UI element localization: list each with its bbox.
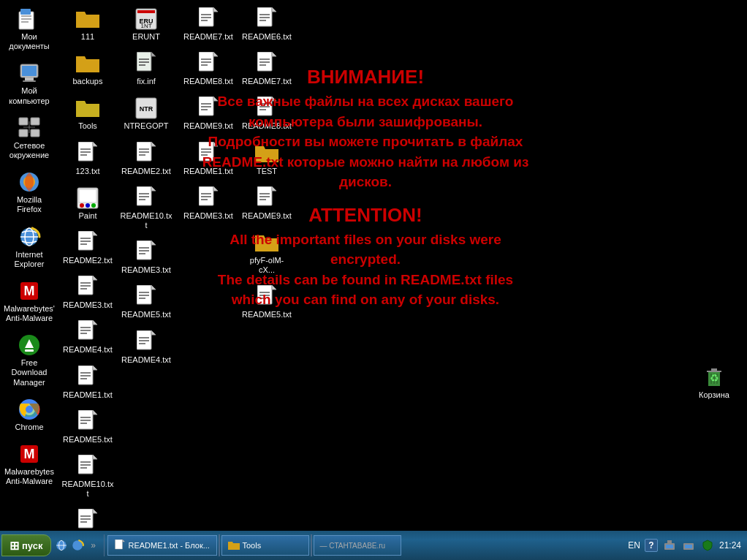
internet-explorer-icon[interactable]: InternetExplorer bbox=[3, 222, 56, 272]
taskbar-shield-icon[interactable] bbox=[700, 538, 715, 553]
taskbar-network-tray-icon[interactable] bbox=[662, 538, 677, 553]
desktop-icons-col1: Мои документы Мойкомпьютер bbox=[0, 0, 58, 496]
svg-rect-76 bbox=[137, 10, 155, 13]
ransom-english-title: ATTENTION! bbox=[124, 204, 607, 227]
svg-rect-169 bbox=[115, 540, 122, 549]
svg-rect-6 bbox=[22, 66, 37, 76]
taskbar-window-readme[interactable]: README1.txt - Блок... bbox=[107, 535, 217, 556]
network-icon[interactable]: Сетевоеокружение bbox=[3, 113, 56, 163]
svg-rect-106 bbox=[137, 330, 151, 349]
svg-marker-31 bbox=[93, 142, 97, 146]
readme10txt-col2-icon[interactable]: README10.txt bbox=[61, 452, 114, 502]
svg-rect-175 bbox=[685, 545, 692, 548]
taskbar-network2-icon[interactable] bbox=[681, 538, 696, 553]
svg-rect-50 bbox=[78, 320, 93, 339]
malwarebytes2-icon[interactable]: M MalwarebytesAnti-Malware bbox=[3, 439, 56, 489]
desktop-icons-right: ♻ Корзина bbox=[681, 358, 747, 410]
svg-rect-8 bbox=[23, 80, 36, 82]
ransom-russian-body: Все важные файлы на всех дисках вашего к… bbox=[124, 91, 607, 192]
taskbar-window-3[interactable]: — CTAHTABABE.ru bbox=[314, 535, 401, 556]
taskbar-clock: 21:24 bbox=[719, 540, 741, 550]
windows-logo-icon: ⊞ bbox=[10, 539, 19, 553]
svg-point-37 bbox=[80, 203, 84, 208]
svg-rect-7 bbox=[25, 77, 34, 80]
svg-rect-36 bbox=[79, 189, 96, 203]
readme5txt-icon[interactable]: README5.txt bbox=[61, 407, 114, 447]
my-documents-icon[interactable]: Мои документы bbox=[3, 4, 56, 54]
taskbar-window1-label: README1.txt - Блок... bbox=[129, 541, 210, 550]
svg-rect-24 bbox=[25, 349, 34, 352]
svg-rect-70 bbox=[78, 509, 93, 528]
free-download-manager-icon[interactable]: Free DownloadManager bbox=[3, 330, 56, 390]
svg-rect-172 bbox=[666, 545, 673, 548]
svg-rect-12 bbox=[31, 129, 39, 137]
taskbar-tray-area: EN ? 21:24 bbox=[628, 538, 746, 553]
svg-rect-1 bbox=[20, 9, 31, 15]
file-123txt-icon[interactable]: 123.txt bbox=[61, 139, 114, 179]
ransom-russian-title: ВНИМАНИЕ! bbox=[124, 66, 607, 88]
svg-marker-107 bbox=[151, 330, 156, 335]
taskbar-ie2-icon[interactable] bbox=[70, 538, 85, 553]
svg-rect-111 bbox=[199, 7, 213, 26]
recycle-bin-icon[interactable]: ♻ Корзина bbox=[688, 363, 740, 403]
svg-rect-9 bbox=[19, 118, 28, 125]
readme2txt-icon[interactable]: README2.txt bbox=[61, 228, 114, 268]
svg-text:♻: ♻ bbox=[710, 372, 719, 384]
my-computer-icon[interactable]: Мойкомпьютер bbox=[3, 58, 56, 108]
taskbar-separator bbox=[219, 534, 220, 556]
svg-marker-61 bbox=[93, 410, 97, 415]
svg-rect-30 bbox=[78, 142, 93, 161]
svg-rect-136 bbox=[257, 7, 272, 26]
svg-marker-117 bbox=[213, 52, 218, 56]
start-button[interactable]: ⊞ пуск bbox=[1, 534, 51, 556]
folder-tools-icon[interactable]: Tools bbox=[61, 94, 114, 134]
svg-marker-112 bbox=[213, 7, 218, 12]
erunt-icon[interactable]: ERU 1NT ERUNT bbox=[120, 4, 172, 45]
taskbar-separator2 bbox=[311, 534, 312, 556]
taskbar-language[interactable]: EN bbox=[628, 540, 640, 550]
readme4txt-icon[interactable]: README4.txt bbox=[61, 317, 114, 357]
svg-rect-173 bbox=[667, 540, 672, 544]
svg-rect-45 bbox=[78, 276, 93, 295]
taskbar-arrow-icon[interactable]: » bbox=[86, 538, 101, 553]
taskbar-help-icon[interactable]: ? bbox=[645, 539, 658, 552]
svg-point-39 bbox=[91, 203, 96, 208]
chrome-icon[interactable]: Chrome bbox=[3, 395, 56, 435]
svg-rect-2 bbox=[21, 15, 31, 17]
ransom-notice: ВНИМАНИЕ! Все важные файлы на всех диска… bbox=[124, 66, 607, 310]
readme6txt-icon[interactable]: README6.txt bbox=[240, 4, 293, 45]
svg-text:1NT: 1NT bbox=[140, 23, 151, 29]
svg-rect-55 bbox=[78, 366, 93, 385]
desktop: Мои документы Мойкомпьютер bbox=[0, 0, 747, 531]
svg-text:M: M bbox=[24, 284, 35, 298]
readme7txt-icon[interactable]: README7.txt bbox=[182, 4, 235, 45]
svg-rect-65 bbox=[78, 455, 93, 474]
taskbar-window3-label: — CTAHTABABE.ru bbox=[320, 542, 386, 550]
taskbar-window-tools[interactable]: Tools bbox=[221, 535, 309, 556]
svg-point-38 bbox=[86, 203, 90, 208]
start-label: пуск bbox=[22, 540, 43, 551]
svg-marker-46 bbox=[93, 276, 97, 280]
taskbar: ⊞ пуск » README1.txt - Блок... bbox=[0, 531, 747, 560]
malwarebytes-icon[interactable]: M Malwarebytes'Anti-Malware bbox=[3, 276, 56, 326]
svg-marker-51 bbox=[93, 320, 97, 325]
readme1txt-col2-icon[interactable]: README1.txt bbox=[61, 363, 114, 403]
folder-111-icon[interactable]: 111 bbox=[61, 4, 114, 45]
svg-marker-66 bbox=[93, 455, 97, 459]
svg-marker-71 bbox=[93, 509, 97, 513]
quick-launch: » bbox=[54, 534, 105, 556]
taskbar-ie-icon[interactable] bbox=[54, 538, 69, 553]
readme3txt-icon[interactable]: README3.txt bbox=[61, 273, 114, 313]
folder-backups-icon[interactable]: backups bbox=[61, 49, 114, 89]
firefox-icon[interactable]: Mozilla Firefox bbox=[3, 167, 56, 217]
svg-point-27 bbox=[26, 406, 33, 413]
readme4txt-col3-icon[interactable]: README4.txt bbox=[120, 328, 172, 368]
taskbar-window2-label: Tools bbox=[243, 541, 262, 550]
readme6txt-col2-icon[interactable]: README6.txt bbox=[61, 506, 114, 531]
svg-rect-11 bbox=[19, 129, 28, 137]
svg-marker-56 bbox=[93, 366, 97, 370]
svg-rect-60 bbox=[78, 410, 93, 429]
paint-icon[interactable]: Paint bbox=[61, 183, 114, 224]
ransom-english-body: All the important files on your disks we… bbox=[124, 230, 607, 310]
svg-text:M: M bbox=[24, 447, 35, 461]
